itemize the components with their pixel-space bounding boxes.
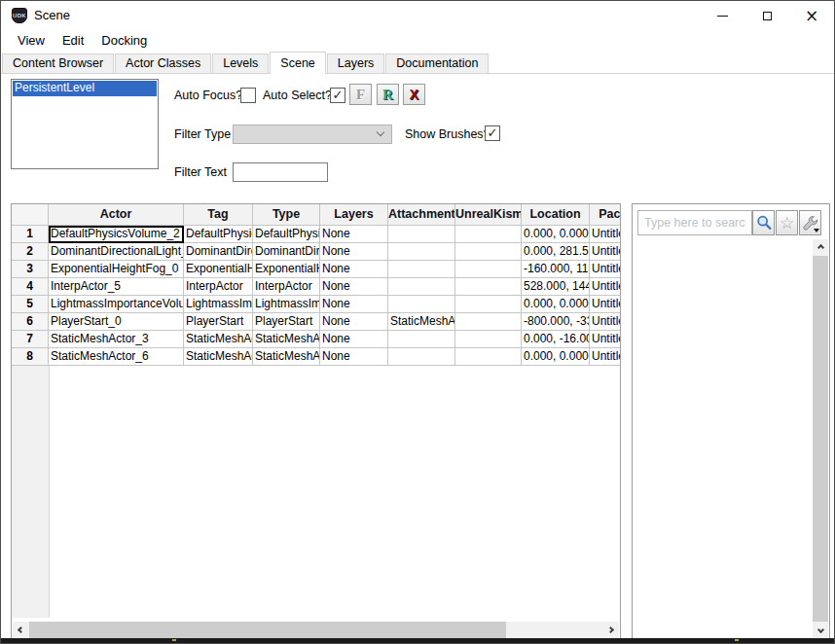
cell-layers[interactable]: None [320, 331, 388, 348]
cell-actor[interactable]: PlayerStart_0 [49, 313, 184, 331]
cell-type[interactable]: StaticMeshActor [253, 348, 320, 366]
cell-location[interactable]: 0.000, 0.000, [522, 296, 590, 313]
cell-package[interactable]: Untitled [590, 296, 621, 313]
cell-actor[interactable]: ExponentialHeightFog_0 [49, 261, 184, 278]
table-row[interactable]: 5 LightmassImportanceVolume_0 LightmassI… [12, 296, 621, 313]
cell-attachment-base[interactable] [388, 243, 455, 261]
row-header[interactable]: 8 [12, 348, 49, 366]
cell-tag[interactable]: DefaultPhysicsVolume [184, 226, 253, 243]
row-header[interactable]: 1 [12, 226, 49, 243]
cell-location[interactable]: 528.000, 144 [522, 278, 590, 296]
cell-actor[interactable]: DefaultPhysicsVolume_2 [49, 226, 184, 243]
menu-edit[interactable]: Edit [54, 30, 92, 52]
vertical-scrollbar-thumb[interactable] [813, 256, 828, 622]
cell-location[interactable]: 0.000, 0.000, [522, 226, 590, 243]
filter-text-input[interactable] [233, 162, 328, 182]
cell-attachment-base[interactable] [388, 296, 455, 313]
favorites-button[interactable]: ☆ [776, 210, 798, 235]
row-header[interactable]: 3 [12, 261, 49, 278]
cell-tag[interactable]: InterpActor [184, 278, 253, 296]
show-brushes-checkbox[interactable]: ✓ [485, 125, 500, 141]
cell-type[interactable]: LightmassImportanceVolume [253, 296, 320, 313]
cell-unrealkismet[interactable] [455, 243, 522, 261]
search-button[interactable] [752, 210, 775, 235]
cell-unrealkismet[interactable] [455, 296, 522, 313]
tab-scene[interactable]: Scene [270, 52, 325, 74]
row-header[interactable]: 6 [12, 313, 49, 331]
cell-type[interactable]: DefaultPhysicsVolume [253, 226, 320, 243]
scroll-up-button[interactable] [813, 239, 828, 256]
cell-layers[interactable]: None [320, 296, 388, 313]
row-header[interactable]: 7 [12, 331, 49, 348]
cell-attachment-base[interactable] [388, 261, 455, 278]
cell-layers[interactable]: None [320, 278, 388, 296]
cell-location[interactable]: 0.000, -16.00 [522, 331, 590, 348]
col-header-attachment-base[interactable]: Attachment Base [388, 204, 455, 226]
cell-package[interactable]: Untitled [590, 278, 621, 296]
cell-actor[interactable]: StaticMeshActor_6 [49, 348, 184, 366]
cell-layers[interactable]: None [320, 348, 388, 366]
cell-package[interactable]: Untitled [590, 226, 621, 243]
col-header-rownum[interactable] [12, 204, 49, 226]
table-row[interactable]: 1 DefaultPhysicsVolume_2 DefaultPhysicsV… [12, 226, 621, 243]
cell-attachment-base[interactable] [388, 226, 455, 243]
table-row[interactable]: 4 InterpActor_5 InterpActor InterpActor … [12, 278, 621, 296]
cell-unrealkismet[interactable] [455, 348, 522, 366]
cell-actor[interactable]: LightmassImportanceVolume_0 [49, 296, 184, 313]
table-row[interactable]: 2 DominantDirectionalLight_0 DominantDir… [12, 243, 621, 261]
cell-location[interactable]: 0.000, 0.000, [522, 348, 590, 366]
cell-attachment-base[interactable] [388, 278, 455, 296]
close-button[interactable]: × [789, 1, 834, 30]
table-row[interactable]: 3 ExponentialHeightFog_0 ExponentialHeig… [12, 261, 621, 278]
cell-type[interactable]: ExponentialHeightFog [253, 261, 320, 278]
menu-view[interactable]: View [9, 30, 54, 52]
level-item-persistentlevel[interactable]: PersistentLevel [13, 81, 157, 96]
cell-layers[interactable]: None [320, 226, 388, 243]
menu-docking[interactable]: Docking [92, 30, 156, 52]
delete-button[interactable]: X [403, 84, 425, 105]
tab-actor-classes[interactable]: Actor Classes [115, 54, 211, 73]
tab-levels[interactable]: Levels [212, 54, 269, 73]
col-header-package[interactable]: Package [590, 204, 621, 226]
col-header-tag[interactable]: Tag [184, 204, 253, 226]
cell-tag[interactable]: PlayerStart [184, 313, 253, 331]
cell-layers[interactable]: None [320, 313, 388, 331]
cell-actor[interactable]: DominantDirectionalLight_0 [49, 243, 184, 261]
reload-button[interactable]: R [377, 84, 399, 105]
filter-type-dropdown[interactable] [233, 125, 392, 144]
levels-listbox[interactable]: PersistentLevel [11, 79, 159, 169]
col-header-layers[interactable]: Layers [320, 204, 388, 226]
cell-package[interactable]: Untitled [590, 348, 621, 366]
cell-unrealkismet[interactable] [455, 313, 522, 331]
cell-tag[interactable]: ExponentialHeightFog [184, 261, 253, 278]
auto-focus-checkbox[interactable] [240, 88, 256, 103]
cell-attachment-base[interactable] [388, 331, 455, 348]
row-header[interactable]: 4 [12, 278, 49, 296]
table-row[interactable]: 8 StaticMeshActor_6 StaticMeshActor Stat… [12, 348, 621, 366]
col-header-unrealkismet[interactable]: UnrealKismet [455, 204, 522, 226]
cell-type[interactable]: PlayerStart [253, 313, 320, 331]
cell-attachment-base[interactable]: StaticMeshActor_3 [388, 313, 455, 331]
cell-package[interactable]: Untitled [590, 313, 621, 331]
col-header-location[interactable]: Location [522, 204, 590, 226]
table-row[interactable]: 6 PlayerStart_0 PlayerStart PlayerStart … [12, 313, 621, 331]
cell-package[interactable]: Untitled [590, 261, 621, 278]
cell-unrealkismet[interactable] [455, 261, 522, 278]
scroll-left-button[interactable] [13, 622, 29, 638]
maximize-button[interactable] [744, 1, 789, 30]
horizontal-scrollbar-thumb[interactable] [29, 622, 506, 638]
horizontal-scrollbar-track[interactable] [506, 622, 602, 638]
cell-location[interactable]: 0.000, 281.55 [522, 243, 590, 261]
cell-tag[interactable]: StaticMeshActor [184, 348, 253, 366]
tab-layers[interactable]: Layers [327, 54, 385, 73]
cell-tag[interactable]: LightmassImportanceVolume [184, 296, 253, 313]
horizontal-scrollbar[interactable] [13, 622, 619, 638]
cell-type[interactable]: InterpActor [253, 278, 320, 296]
col-header-type[interactable]: Type [253, 204, 320, 226]
scroll-down-button[interactable] [813, 622, 828, 638]
cell-unrealkismet[interactable] [455, 226, 522, 243]
vertical-scrollbar[interactable] [813, 239, 828, 638]
auto-select-checkbox[interactable]: ✓ [330, 88, 345, 103]
cell-tag[interactable]: DominantDirectionalLight [184, 243, 253, 261]
search-options-button[interactable] [799, 210, 821, 235]
